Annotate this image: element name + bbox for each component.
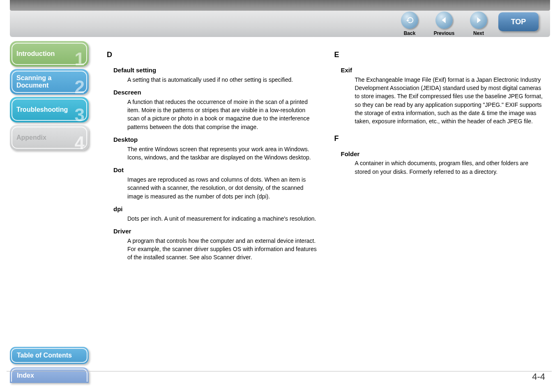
term: dpi: [113, 205, 318, 214]
sidebar-item-label: Introduction: [16, 50, 82, 58]
index-label: Index: [17, 372, 34, 379]
top-label: TOP: [511, 18, 526, 26]
term: Default setting: [113, 66, 318, 75]
toc-button[interactable]: Table of Contents: [10, 347, 89, 364]
page-number: 4-4: [532, 371, 545, 382]
next-icon: [474, 16, 483, 25]
previous-label: Previous: [429, 30, 459, 36]
definition: Dots per inch. A unit of measurement for…: [127, 214, 318, 223]
left-column: D Default setting A setting that is auto…: [107, 49, 318, 269]
back-label: Back: [395, 30, 424, 36]
back-button-wrap: Back: [395, 12, 424, 36]
glossary-entry: Dot Images are reproduced as rows and co…: [107, 166, 318, 201]
glossary-entry: dpi Dots per inch. A unit of measurement…: [107, 205, 318, 223]
glossary-entry: Default setting A setting that is automa…: [107, 66, 318, 84]
previous-button[interactable]: [435, 12, 453, 29]
sidebar: Introduction 1 Scanning a Document 2 Tro…: [10, 41, 89, 153]
letter-block-e: E Exif The Exchangeable Image File (Exif…: [334, 49, 546, 126]
definition: A program that controls how the computer…: [127, 237, 318, 262]
back-button[interactable]: [401, 12, 418, 29]
letter-heading: D: [107, 49, 318, 60]
term: Descreen: [113, 88, 318, 97]
letter-block-f: F Folder A container in which documents,…: [334, 133, 546, 176]
sidebar-item-label: Troubleshooting: [16, 106, 82, 113]
sidebar-item-introduction[interactable]: Introduction 1: [10, 41, 89, 67]
term: Folder: [341, 150, 546, 159]
content-area: D Default setting A setting that is auto…: [107, 49, 545, 269]
next-button-wrap: Next: [464, 12, 493, 36]
glossary-entry: Driver A program that controls how the c…: [107, 227, 318, 262]
definition: A function that reduces the occurrence o…: [127, 98, 318, 131]
term: Exif: [341, 66, 546, 75]
page-divider: [7, 371, 552, 371]
previous-icon: [440, 16, 449, 25]
glossary-entry: Folder A container in which documents, p…: [334, 150, 546, 176]
toc-label: Table of Contents: [17, 352, 72, 359]
definition: A setting that is automatically used if …: [127, 76, 318, 84]
back-icon: [405, 16, 414, 25]
glossary-entry: Exif The Exchangeable Image File (Exif) …: [334, 66, 546, 126]
bottom-nav: Table of Contents Index: [10, 347, 89, 383]
definition: A container in which documents, program …: [355, 159, 546, 176]
next-label: Next: [464, 30, 493, 36]
right-column: E Exif The Exchangeable Image File (Exif…: [334, 49, 546, 269]
sidebar-item-troubleshooting[interactable]: Troubleshooting 3: [10, 97, 89, 122]
top-gradient-bar: [10, 0, 550, 11]
term: Dot: [113, 166, 318, 175]
sidebar-item-scanning[interactable]: Scanning a Document 2: [10, 69, 89, 95]
term: Desktop: [113, 135, 318, 144]
sidebar-item-label: Appendix: [16, 134, 82, 141]
definition: Images are reproduced as rows and column…: [127, 175, 318, 201]
next-button[interactable]: [470, 12, 487, 29]
sidebar-item-label: Scanning a Document: [16, 74, 82, 89]
definition: The entire Windows screen that represent…: [127, 145, 318, 162]
letter-block-d: D Default setting A setting that is auto…: [107, 49, 318, 262]
header-band: Back Previous Next TOP: [10, 11, 550, 37]
top-button[interactable]: TOP: [498, 12, 539, 31]
letter-heading: E: [334, 49, 546, 60]
glossary-entry: Desktop The entire Windows screen that r…: [107, 135, 318, 161]
definition: The Exchangeable Image File (Exif) forma…: [355, 76, 546, 126]
term: Driver: [113, 227, 318, 236]
header-nav: Back Previous Next TOP: [395, 12, 539, 36]
glossary-entry: Descreen A function that reduces the occ…: [107, 88, 318, 131]
previous-button-wrap: Previous: [429, 12, 459, 36]
sidebar-item-appendix[interactable]: Appendix 4: [10, 125, 89, 150]
letter-heading: F: [334, 133, 546, 144]
index-button[interactable]: Index: [10, 367, 89, 383]
